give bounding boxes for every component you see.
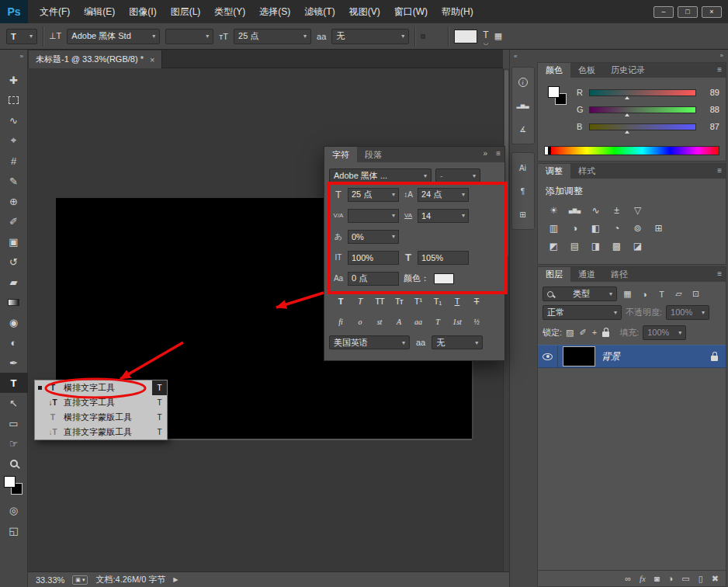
faux-italic-button[interactable]: T — [351, 294, 369, 309]
clone-source-panel-button[interactable]: ⊞ — [519, 203, 525, 226]
background-layer-row[interactable]: 背景 — [538, 345, 726, 368]
threshold-button[interactable]: ◨ — [589, 239, 602, 252]
strikethrough-button[interactable]: T — [467, 294, 486, 309]
faux-bold-button[interactable]: T — [331, 294, 350, 309]
dodge-tool[interactable]: ◐ — [0, 332, 28, 353]
fractions-button[interactable]: ½ — [467, 314, 486, 329]
layer-filter-type-select[interactable]: 类型 ▾ — [543, 287, 617, 301]
tab-character[interactable]: 字符 — [324, 147, 357, 162]
red-value[interactable]: 89 — [701, 88, 719, 97]
menu-image[interactable]: 图像(I) — [122, 0, 163, 23]
hue-saturation-button[interactable]: ▥ — [547, 221, 560, 234]
layer-visibility-toggle[interactable] — [538, 346, 558, 367]
green-slider-thumb[interactable] — [625, 113, 629, 116]
zoom-tool[interactable] — [0, 453, 28, 474]
panel-menu-icon[interactable]: ≡ — [717, 166, 722, 175]
tab-color[interactable]: 颜色 — [538, 63, 570, 78]
color-balance-button[interactable]: ◑ — [568, 221, 581, 234]
menu-help[interactable]: 帮助(H) — [435, 0, 480, 23]
lasso-tool[interactable]: ∿ — [0, 110, 28, 130]
contextual-alternates-button[interactable]: o — [351, 314, 369, 329]
warp-text-icon[interactable]: T — [483, 30, 488, 43]
selective-color-button[interactable]: ◪ — [631, 239, 644, 252]
green-value[interactable]: 88 — [701, 105, 719, 114]
zoom-level[interactable]: 33.33% — [36, 575, 64, 585]
vibrance-button[interactable]: ▽ — [631, 203, 644, 217]
fill-select[interactable]: 100% ▾ — [643, 325, 686, 340]
tab-paragraph[interactable]: 段落 — [357, 147, 390, 162]
leading-field[interactable]: 24 点 ▾ — [418, 188, 469, 202]
lock-position-button[interactable]: + — [592, 328, 597, 337]
tool-preset-picker[interactable]: T ▾ — [6, 29, 37, 44]
color-wells[interactable] — [0, 474, 28, 500]
panel-menu-icon[interactable]: ≡ — [496, 149, 501, 158]
ligatures-button[interactable]: fi — [331, 314, 350, 329]
photo-filter-button[interactable]: ◔ — [610, 221, 623, 234]
layer-name[interactable]: 背景 — [601, 350, 620, 363]
histogram-panel-button[interactable]: ▂▅▃ — [516, 94, 529, 117]
char-color-swatch[interactable] — [434, 273, 454, 284]
ordinals-button[interactable]: 1st — [448, 314, 466, 329]
new-adjustment-layer-button[interactable]: ◑ — [668, 574, 674, 583]
posterize-button[interactable]: ▤ — [568, 239, 581, 252]
lock-transparency-button[interactable]: ▨ — [566, 328, 574, 338]
baseline-shift-field[interactable]: 0 点 — [348, 272, 399, 286]
opacity-select[interactable]: 100% ▾ — [666, 305, 709, 320]
char-font-family-select[interactable]: Adobe 黑体 ... ▾ — [329, 168, 432, 182]
vertical-scale-field[interactable]: 100% — [348, 251, 399, 265]
history-brush-tool[interactable]: ↺ — [0, 252, 28, 272]
filter-adjustment-layers-button[interactable]: ◑ — [638, 287, 651, 300]
language-select[interactable]: 美国英语 ▾ — [329, 335, 410, 349]
filter-pixel-layers-button[interactable]: ▦ — [621, 287, 634, 300]
font-size-select[interactable]: 25 点 ▾ — [234, 29, 311, 44]
quick-mask-button[interactable]: ◎ — [0, 500, 28, 520]
status-options-button[interactable]: ▣ ▾ — [72, 575, 88, 585]
levels-button[interactable]: ▄▆▄ — [568, 203, 581, 217]
brightness-contrast-button[interactable]: ☀ — [547, 203, 560, 217]
menu-edit[interactable]: 编辑(E) — [77, 0, 122, 23]
panel-menu-icon[interactable]: ≡ — [717, 65, 722, 74]
align-center-button[interactable] — [429, 34, 434, 39]
brush-tool[interactable]: ✐ — [0, 211, 28, 231]
underline-button[interactable]: T — [448, 294, 466, 309]
pen-tool[interactable]: ✒ — [0, 353, 28, 373]
toggle-panels-icon[interactable]: ▦ — [494, 31, 502, 41]
add-layer-mask-button[interactable]: ◙ — [654, 574, 660, 583]
tab-styles[interactable]: 样式 — [570, 164, 603, 179]
close-tab-icon[interactable]: × — [150, 55, 154, 64]
titling-alternates-button[interactable]: T — [428, 314, 447, 329]
hand-tool[interactable]: ☞ — [0, 433, 28, 453]
rectangle-tool[interactable]: ▭ — [0, 413, 28, 433]
paragraph-styles-panel-button[interactable]: ¶ — [521, 179, 525, 203]
superscript-button[interactable]: T¹ — [409, 294, 428, 309]
dock-collapse-chevron[interactable]: » — [720, 52, 723, 59]
color-lookup-button[interactable]: ⊞ — [652, 221, 665, 234]
invert-button[interactable]: ◩ — [547, 239, 560, 252]
curves-button[interactable]: ∿ — [589, 203, 602, 217]
maximize-button[interactable]: □ — [678, 6, 698, 18]
menu-item-horizontal-type[interactable]: T 横排文字工具 T — [35, 380, 167, 395]
red-slider[interactable] — [589, 89, 696, 96]
char-anti-alias-select[interactable]: 无 ▾ — [432, 335, 483, 349]
character-styles-panel-button[interactable]: Ai — [519, 156, 526, 179]
menu-type[interactable]: 类型(Y) — [207, 0, 252, 23]
blue-slider-thumb[interactable] — [625, 130, 629, 134]
text-color-swatch[interactable] — [454, 30, 477, 43]
font-style-select[interactable]: ▾ — [165, 29, 213, 44]
type-tool[interactable]: T — [0, 373, 28, 393]
swash-button[interactable]: A — [390, 314, 408, 329]
all-caps-button[interactable]: TT — [370, 294, 389, 309]
gradient-map-button[interactable]: ▩ — [610, 239, 623, 252]
tab-layers[interactable]: 图层 — [538, 267, 570, 282]
path-selection-tool[interactable]: ↖ — [0, 393, 28, 413]
tsume-field[interactable]: 0% ▾ — [348, 230, 399, 244]
move-tool[interactable]: ✚ — [0, 70, 28, 90]
char-font-style-select[interactable]: - ▾ — [435, 168, 480, 182]
blue-value[interactable]: 87 — [701, 122, 719, 131]
quick-selection-tool[interactable]: ⌖ — [0, 130, 28, 151]
crop-tool[interactable]: # — [0, 151, 28, 171]
gradient-tool[interactable] — [0, 292, 28, 312]
char-font-size-field[interactable]: 25 点 ▾ — [348, 188, 399, 202]
info-panel-button[interactable]: i — [518, 71, 528, 94]
kerning-field[interactable]: ▾ — [348, 209, 399, 223]
